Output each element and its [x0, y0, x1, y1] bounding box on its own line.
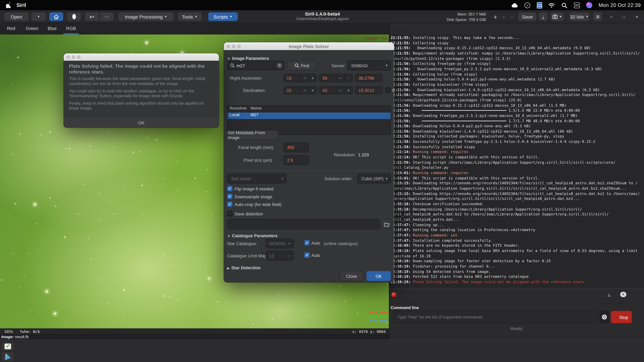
failed-dialog-titlebar[interactable]: [64, 53, 219, 61]
ra-h-minus[interactable]: −: [300, 74, 308, 82]
tab-rgb[interactable]: RGB: [62, 23, 80, 33]
dymo-connect-icon[interactable]: DYMOConnect: [537, 2, 542, 8]
tab-blue[interactable]: Blue: [44, 23, 60, 33]
cloud-sync-icon[interactable]: [512, 2, 518, 8]
star: [99, 193, 99, 193]
find-button[interactable]: Find: [288, 61, 316, 70]
star: [124, 186, 125, 187]
console-line: 22:22:14: OK! This script is compatible …: [390, 155, 644, 160]
autocrop-checkbox[interactable]: ✓: [227, 202, 232, 207]
dec-m-plus[interactable]: +: [344, 87, 352, 94]
ra-m-minus[interactable]: −: [336, 74, 344, 82]
server-dropdown[interactable]: SIMBAD▼: [347, 60, 391, 70]
section-star-detection[interactable]: ▶Star Detection: [227, 265, 260, 270]
dec-m-minus[interactable]: −: [336, 87, 344, 94]
scripts-menu[interactable]: Scripts▼: [208, 12, 238, 21]
wifi-icon[interactable]: [548, 2, 555, 8]
ra-h-plus[interactable]: +: [308, 74, 317, 82]
limit-auto-checkbox[interactable]: ✓: [304, 253, 310, 258]
control-center-icon[interactable]: [574, 2, 580, 8]
dec-minutes-spinner[interactable]: 43−+: [319, 86, 353, 94]
limit-plus[interactable]: +: [285, 251, 293, 260]
failed-traffic-lights[interactable]: [66, 55, 80, 59]
window-minimize[interactable]: −: [610, 14, 613, 20]
command-history-button[interactable]: [600, 311, 609, 323]
resolver-row-selected[interactable]: LocalM27: [228, 112, 390, 119]
focal-length-input[interactable]: 450: [283, 142, 309, 152]
failed-ok-button[interactable]: OK: [64, 117, 219, 128]
window-maximize[interactable]: □: [622, 15, 625, 19]
open-recent-dropdown[interactable]: ▼: [31, 12, 46, 21]
open-button[interactable]: Open: [4, 12, 29, 21]
save-button[interactable]: Save: [518, 12, 537, 21]
tab-red[interactable]: Red: [3, 23, 19, 33]
hamburger-menu[interactable]: ≡: [593, 12, 602, 21]
limit-minus[interactable]: −: [277, 251, 285, 260]
browse-file-button[interactable]: [382, 220, 391, 229]
tools-menu[interactable]: Tools▼: [177, 12, 202, 21]
command-input[interactable]: Type "help" for the list of supported co…: [393, 311, 598, 323]
dec-d-minus[interactable]: −: [300, 87, 308, 94]
catalogue-auto-checkbox[interactable]: ✓: [304, 240, 310, 245]
image-processing-menu[interactable]: Image Processing▼: [118, 12, 174, 21]
ra-hours-spinner[interactable]: 19−+: [283, 74, 317, 82]
ok-button[interactable]: OK: [366, 271, 391, 281]
threads-minus[interactable]: −: [499, 12, 508, 21]
pixel-size-input[interactable]: 2.9: [283, 155, 309, 165]
resolver-table-header: ResolverName: [228, 106, 390, 112]
siri-icon[interactable]: [586, 2, 592, 8]
menubar-clock[interactable]: Mon 20 Oct 22:39: [598, 2, 641, 8]
window-close[interactable]: ×: [635, 14, 638, 20]
plate-solver-titlebar[interactable]: Image Plate Solver: [224, 42, 394, 50]
chromaticity-button[interactable]: [1, 352, 14, 362]
save-distortion-checkbox[interactable]: [227, 211, 232, 216]
display-mode-button[interactable]: ✓: [1, 342, 14, 351]
ra-seconds-input[interactable]: 36.2796: [355, 74, 383, 82]
star: [108, 132, 108, 133]
get-metadata-button[interactable]: Get Metadata From Image: [227, 130, 278, 140]
limit-mag-spinner[interactable]: 12−+: [266, 251, 294, 261]
snapshot-button[interactable]: ▼: [550, 12, 564, 21]
ra-m-plus[interactable]: +: [344, 74, 352, 82]
section-catalogue-parameters[interactable]: ▼Catalogue Parameters: [227, 233, 278, 238]
online-catalogue-note: (online catalogue): [324, 241, 358, 246]
dec-seconds-input[interactable]: 15.3012: [355, 86, 383, 94]
save-as-button[interactable]: ↓: [538, 12, 548, 21]
star: [113, 214, 114, 214]
stop-button[interactable]: ×Stop: [611, 311, 632, 323]
bit-depth-dropdown[interactable]: 32 bits▼: [569, 12, 590, 21]
menubar-app-name[interactable]: Siril: [16, 2, 26, 8]
star: [19, 134, 20, 135]
apple-logo-icon[interactable]: [6, 2, 11, 8]
solution-order-dropdown[interactable]: Cubic (SIP)▼: [358, 174, 391, 184]
downsample-checkbox[interactable]: ✓: [227, 194, 232, 199]
target-search-input[interactable]: m27 ×: [227, 61, 285, 70]
threads-spinner[interactable]: 4 − +: [491, 12, 516, 21]
zoom-level[interactable]: 105%: [4, 330, 13, 334]
clear-search-icon[interactable]: ×: [277, 63, 282, 68]
dec-d-plus[interactable]: +: [308, 87, 317, 94]
star-catalogue-dropdown[interactable]: NOMAD▼: [266, 239, 294, 248]
distortion-file-input[interactable]: [227, 219, 380, 229]
flip-checkbox[interactable]: ✓: [227, 186, 232, 191]
close-button[interactable]: Close: [340, 271, 364, 281]
star: [163, 254, 164, 255]
ra-minutes-spinner[interactable]: 59−+: [319, 74, 353, 82]
redo-button[interactable]: ↪: [99, 12, 114, 21]
star: [36, 223, 37, 224]
console-line: Siril_Catalog_Installer.py: [390, 165, 644, 170]
clear-log-icon[interactable]: ×: [620, 292, 626, 297]
solver-dropdown[interactable]: Siril solver▼: [227, 174, 287, 184]
spotlight-icon[interactable]: [561, 2, 568, 8]
export-log-icon[interactable]: ↓: [608, 292, 610, 296]
tab-green[interactable]: Green: [23, 23, 41, 33]
record-button[interactable]: [66, 12, 81, 21]
undo-button[interactable]: ↩: [84, 12, 99, 21]
home-button[interactable]: [49, 12, 64, 21]
checkmark-circle-icon[interactable]: ✓: [524, 2, 531, 8]
threads-plus[interactable]: +: [508, 12, 516, 21]
dec-degrees-spinner[interactable]: 22−+: [283, 86, 317, 94]
console-log[interactable]: 22:21:55: Installing vispy. This may tak…: [389, 34, 644, 288]
section-image-parameters[interactable]: ▼Image Parameters: [227, 56, 269, 61]
south-checkbox[interactable]: [385, 87, 390, 93]
